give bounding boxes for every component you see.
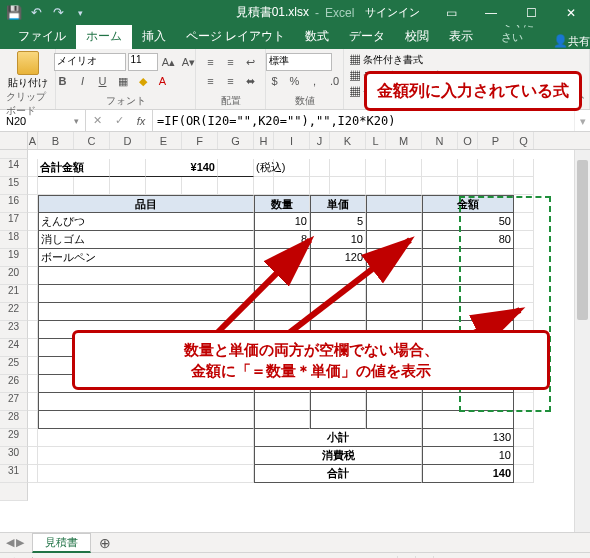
percent-format-icon[interactable]: %: [286, 72, 304, 90]
item-price-2[interactable]: 120: [310, 249, 366, 267]
font-color-button[interactable]: A: [154, 72, 172, 90]
underline-button[interactable]: U: [94, 72, 112, 90]
row-20[interactable]: 20: [0, 267, 590, 285]
col-H[interactable]: H: [254, 132, 274, 149]
number-format-select[interactable]: 標準: [266, 53, 332, 71]
hdr-item[interactable]: 品目: [38, 195, 254, 213]
row-21[interactable]: 21: [0, 285, 590, 303]
row-14[interactable]: 14 合計金額 ¥140 (税込): [0, 159, 590, 177]
fill-color-button[interactable]: ◆: [134, 72, 152, 90]
wrap-text-icon[interactable]: ↩: [242, 53, 260, 71]
hdr-qty[interactable]: 数量: [254, 195, 310, 213]
row-28[interactable]: 28: [0, 411, 590, 429]
italic-button[interactable]: I: [74, 72, 92, 90]
col-F[interactable]: F: [182, 132, 218, 149]
bold-button[interactable]: B: [54, 72, 72, 90]
row-15[interactable]: 15: [0, 177, 590, 195]
item-qty-2[interactable]: [254, 249, 310, 267]
formula-input[interactable]: =IF(OR(I20="",K20=""),"",I20*K20): [153, 110, 574, 131]
border-button[interactable]: ▦: [114, 72, 132, 90]
tab-pagelayout[interactable]: ページ レイアウト: [176, 24, 295, 49]
col-Q[interactable]: Q: [514, 132, 534, 149]
item-name-0[interactable]: えんぴつ: [38, 213, 254, 231]
expand-formula-bar-icon[interactable]: ▾: [574, 110, 590, 131]
row-31[interactable]: 31 合計 140: [0, 465, 590, 483]
item-amount-0[interactable]: 50: [422, 213, 514, 231]
hdr-spacer[interactable]: [366, 195, 422, 213]
row-18[interactable]: 18 消しゴム 8 10 80: [0, 231, 590, 249]
sheet-tab-active[interactable]: 見積書: [32, 533, 91, 553]
align-center-icon[interactable]: ≡: [222, 72, 240, 90]
tab-view[interactable]: 表示: [439, 24, 483, 49]
signin-link[interactable]: サインイン: [355, 5, 430, 20]
tab-file[interactable]: ファイル: [8, 24, 76, 49]
fx-icon[interactable]: fx: [130, 115, 152, 127]
redo-icon[interactable]: ↷: [48, 3, 68, 23]
tab-home[interactable]: ホーム: [76, 24, 132, 49]
grand-label[interactable]: 合計: [254, 465, 422, 483]
row-22[interactable]: 22: [0, 303, 590, 321]
item-qty-0[interactable]: 10: [254, 213, 310, 231]
item-qty-1[interactable]: 8: [254, 231, 310, 249]
share-button[interactable]: 👤共有: [553, 34, 590, 49]
font-name-select[interactable]: メイリオ: [54, 53, 126, 71]
new-sheet-button[interactable]: ⊕: [91, 535, 119, 551]
row-17[interactable]: 17 えんぴつ 10 5 50: [0, 213, 590, 231]
undo-icon[interactable]: ↶: [26, 3, 46, 23]
row-29[interactable]: 29 小計 130: [0, 429, 590, 447]
increase-font-icon[interactable]: A▴: [160, 53, 178, 71]
enter-formula-icon[interactable]: ✓: [108, 114, 130, 127]
sheet-nav[interactable]: ◀▶: [0, 536, 30, 549]
tab-insert[interactable]: 挿入: [132, 24, 176, 49]
item-price-0[interactable]: 5: [310, 213, 366, 231]
total-label[interactable]: 合計金額: [38, 159, 110, 177]
row-16[interactable]: 16 品目 数量 単価 金額: [0, 195, 590, 213]
col-I[interactable]: I: [274, 132, 310, 149]
hdr-price[interactable]: 単価: [310, 195, 366, 213]
col-B[interactable]: B: [38, 132, 74, 149]
item-name-1[interactable]: 消しゴム: [38, 231, 254, 249]
col-G[interactable]: G: [218, 132, 254, 149]
vertical-scrollbar[interactable]: [574, 150, 590, 532]
scrollbar-thumb[interactable]: [577, 160, 588, 320]
subtotal-value[interactable]: 130: [422, 429, 514, 447]
select-all-corner[interactable]: [0, 132, 28, 149]
accounting-format-icon[interactable]: $: [266, 72, 284, 90]
row-27[interactable]: 27: [0, 393, 590, 411]
row-19[interactable]: 19 ボールペン 120: [0, 249, 590, 267]
subtotal-label[interactable]: 小計: [254, 429, 422, 447]
item-amount-1[interactable]: 80: [422, 231, 514, 249]
row-30[interactable]: 30 消費税 10: [0, 447, 590, 465]
col-C[interactable]: C: [74, 132, 110, 149]
save-icon[interactable]: 💾: [4, 3, 24, 23]
ribbon-options-icon[interactable]: ▭: [432, 0, 470, 25]
tab-data[interactable]: データ: [339, 24, 395, 49]
col-O[interactable]: O: [458, 132, 478, 149]
paste-button[interactable]: 貼り付け: [8, 51, 48, 90]
align-middle-icon[interactable]: ≡: [222, 53, 240, 71]
col-K[interactable]: K: [330, 132, 366, 149]
col-L[interactable]: L: [366, 132, 386, 149]
tax-label[interactable]: 消費税: [254, 447, 422, 465]
tax-incl[interactable]: (税込): [254, 159, 274, 177]
total-value[interactable]: ¥140: [146, 159, 218, 177]
item-name-2[interactable]: ボールペン: [38, 249, 254, 267]
col-P[interactable]: P: [478, 132, 514, 149]
col-M[interactable]: M: [386, 132, 422, 149]
cancel-formula-icon[interactable]: ✕: [86, 114, 108, 127]
tax-value[interactable]: 10: [422, 447, 514, 465]
align-left-icon[interactable]: ≡: [202, 72, 220, 90]
comma-format-icon[interactable]: ,: [306, 72, 324, 90]
decrease-font-icon[interactable]: A▾: [180, 53, 198, 71]
col-N[interactable]: N: [422, 132, 458, 149]
close-button[interactable]: ✕: [552, 0, 590, 25]
maximize-button[interactable]: ☐: [512, 0, 550, 25]
font-size-select[interactable]: 11: [128, 53, 158, 71]
item-amount-2[interactable]: [422, 249, 514, 267]
align-top-icon[interactable]: ≡: [202, 53, 220, 71]
tab-review[interactable]: 校閲: [395, 24, 439, 49]
minimize-button[interactable]: —: [472, 0, 510, 25]
qat-customize-icon[interactable]: ▾: [70, 3, 90, 23]
col-A[interactable]: A: [28, 132, 38, 149]
merge-cells-icon[interactable]: ⬌: [242, 72, 260, 90]
